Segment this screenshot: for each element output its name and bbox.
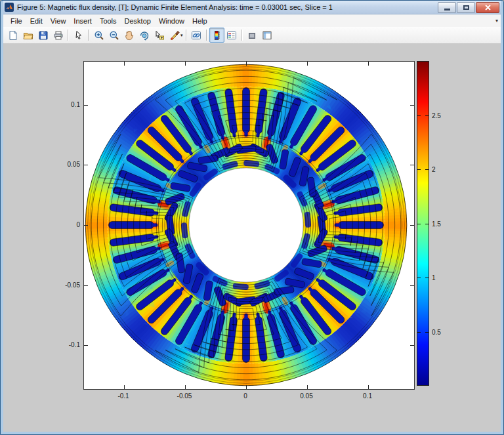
link-plot-button[interactable]: [189, 28, 204, 43]
new-figure-button[interactable]: [5, 28, 20, 43]
maximize-button[interactable]: [457, 2, 475, 13]
show-plot-tools-icon: [262, 30, 272, 41]
edit-plot-button[interactable]: [71, 28, 86, 43]
y-axis-tick-label: 0.05: [54, 161, 80, 168]
colorbar-tick-label: 2: [432, 166, 436, 173]
menu-desktop[interactable]: Desktop: [121, 16, 155, 26]
edit-plot-icon: [74, 30, 84, 41]
pan-button[interactable]: [121, 28, 136, 43]
colorbar-tick-mark: [425, 332, 429, 333]
colorbar-tick-mark: [425, 224, 429, 224]
flux-density-plot[interactable]: [84, 62, 414, 389]
data-cursor-icon: [154, 30, 165, 41]
colorbar-tick-mark: [417, 169, 421, 170]
brush-data-button[interactable]: [167, 28, 182, 43]
open-file-icon: [23, 30, 33, 41]
toolbar-separator: [88, 30, 89, 41]
menu-file[interactable]: File: [7, 16, 26, 26]
menu-view[interactable]: View: [47, 16, 70, 26]
brush-dropdown-arrow-icon[interactable]: ▾: [180, 33, 183, 38]
menu-window[interactable]: Window: [155, 16, 188, 26]
menu-tools[interactable]: Tools: [96, 16, 121, 26]
zoom-in-button[interactable]: [91, 28, 106, 43]
hide-plot-tools-icon: [247, 30, 257, 41]
insert-legend-button[interactable]: [224, 28, 240, 43]
show-plot-tools-button[interactable]: [260, 28, 275, 43]
insert-colorbar-button[interactable]: [209, 28, 224, 43]
pan-icon: [124, 30, 135, 41]
close-icon: [485, 5, 491, 10]
colorbar-tick-mark: [425, 169, 429, 170]
maximize-icon: [463, 5, 469, 10]
print-figure-button[interactable]: [51, 28, 66, 43]
menubar-overflow-arrow[interactable]: ▾: [495, 18, 498, 24]
save-figure-button[interactable]: [35, 28, 51, 43]
colorbar-tick-mark: [417, 115, 421, 116]
x-axis-tick-label: -0.1: [117, 392, 129, 400]
plot-axes: [83, 61, 415, 390]
toolbar-separator: [186, 30, 187, 41]
link-plot-icon: [191, 30, 201, 41]
colorbar-tick-label: 1: [432, 274, 436, 281]
menu-insert[interactable]: Insert: [70, 16, 96, 26]
print-figure-icon: [53, 30, 64, 41]
colorbar-tick-mark: [417, 278, 421, 278]
insert-legend-icon: [226, 30, 237, 41]
toolbar-separator: [206, 30, 207, 41]
colorbar-tick-mark: [425, 278, 429, 278]
x-axis-tick-label: 0.05: [300, 392, 312, 400]
y-axis-tick-label: -0.1: [54, 341, 80, 348]
window-title: Figure 5: Magnetic flux density, [T]; Dy…: [17, 3, 435, 11]
y-axis-tick-label: -0.05: [54, 281, 80, 288]
toolbar: ▾: [3, 27, 501, 44]
menu-help[interactable]: Help: [188, 16, 211, 26]
x-axis-tick-label: 0.1: [363, 392, 372, 400]
colorbar-tick-mark: [425, 115, 429, 116]
colorbar-tick-label: 0.5: [432, 328, 441, 335]
rotate-3d-button[interactable]: [136, 28, 152, 43]
figure-canvas-area: -0.1-0.0500.050.10.10.050-0.05-0.10.511.…: [3, 43, 501, 432]
minimize-button[interactable]: [438, 2, 456, 13]
x-axis-tick-label: 0: [243, 392, 247, 400]
rotate-3d-icon: [139, 30, 150, 41]
brush-data-icon: [169, 30, 180, 41]
menu-bar: FileEditViewInsertToolsDesktopWindowHelp…: [3, 14, 501, 28]
matlab-logo-icon: [5, 3, 14, 12]
new-figure-icon: [8, 30, 18, 41]
colorbar-tick-label: 1.5: [432, 220, 441, 227]
colorbar-tick-mark: [417, 332, 421, 333]
open-file-button[interactable]: [20, 28, 35, 43]
y-axis-tick-label: 0.1: [54, 100, 80, 108]
y-axis-tick-label: 0: [54, 221, 80, 228]
save-figure-icon: [38, 30, 49, 41]
title-bar[interactable]: Figure 5: Magnetic flux density, [T]; Dy…: [1, 1, 503, 14]
zoom-out-icon: [109, 30, 119, 41]
toolbar-separator: [68, 30, 69, 41]
colorbar-tick-label: 2.5: [432, 112, 441, 119]
minimize-icon: [444, 9, 450, 10]
insert-colorbar-icon: [211, 30, 222, 41]
data-cursor-button[interactable]: [152, 28, 167, 43]
zoom-out-button[interactable]: [106, 28, 121, 43]
matlab-figure-window: Figure 5: Magnetic flux density, [T]; Dy…: [0, 0, 504, 435]
menu-edit[interactable]: Edit: [26, 16, 47, 26]
colorbar-tick-mark: [417, 224, 421, 224]
zoom-in-icon: [94, 30, 104, 41]
hide-plot-tools-button[interactable]: [245, 28, 260, 43]
x-axis-tick-label: -0.05: [177, 392, 192, 400]
close-button[interactable]: [476, 2, 499, 13]
toolbar-separator: [242, 30, 243, 41]
